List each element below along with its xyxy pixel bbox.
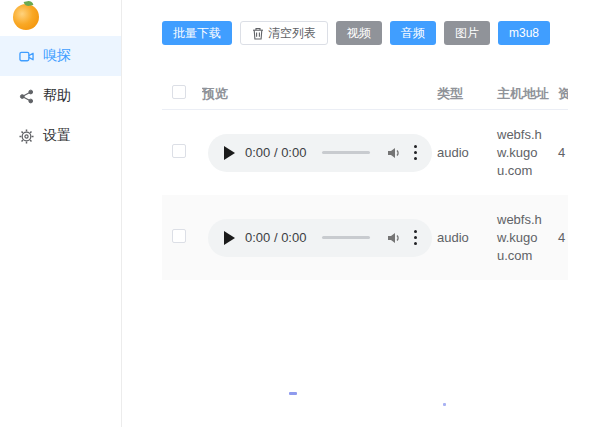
app-window: 嗅探 帮助 bbox=[0, 0, 600, 427]
video-camera-icon bbox=[19, 49, 34, 64]
table-row: 0:00 / 0:00 audio webfs.hw.kugou.com 4 bbox=[162, 195, 568, 280]
size-cell: 4 bbox=[555, 230, 568, 245]
clear-list-button[interactable]: 清空列表 bbox=[240, 21, 328, 45]
select-all-checkbox[interactable] bbox=[172, 85, 186, 99]
sidebar-item-settings[interactable]: 设置 bbox=[0, 116, 121, 156]
filter-m3u8-button[interactable]: m3u8 bbox=[498, 21, 550, 45]
audio-menu-icon[interactable] bbox=[412, 145, 420, 161]
header-size: 资 bbox=[555, 85, 568, 103]
toolbar: 批量下载 清空列表 视频 音频 图片 m3u8 bbox=[162, 21, 600, 45]
media-table: 预览 类型 主机地址 资 0:00 / 0:00 bbox=[162, 78, 568, 280]
filter-image-button[interactable]: 图片 bbox=[444, 21, 490, 45]
size-cell: 4 bbox=[555, 145, 568, 160]
sidebar: 嗅探 帮助 bbox=[0, 0, 122, 427]
sidebar-item-sniff[interactable]: 嗅探 bbox=[0, 36, 121, 76]
sidebar-item-label: 嗅探 bbox=[43, 47, 71, 65]
play-icon[interactable] bbox=[224, 146, 235, 160]
type-cell: audio bbox=[430, 145, 490, 160]
audio-progress-bar[interactable] bbox=[322, 236, 369, 239]
header-host: 主机地址 bbox=[490, 85, 555, 103]
table-header: 预览 类型 主机地址 资 bbox=[162, 78, 568, 110]
sidebar-item-label: 设置 bbox=[43, 127, 71, 145]
header-type: 类型 bbox=[430, 85, 490, 103]
orange-icon bbox=[13, 4, 39, 30]
table-row: 0:00 / 0:00 audio webfs.hw.kugou.com 4 bbox=[162, 110, 568, 195]
play-icon[interactable] bbox=[224, 231, 235, 245]
audio-time: 0:00 / 0:00 bbox=[245, 145, 306, 160]
row-checkbox[interactable] bbox=[172, 144, 186, 158]
batch-download-button[interactable]: 批量下载 bbox=[162, 21, 232, 45]
type-cell: audio bbox=[430, 230, 490, 245]
trash-icon bbox=[252, 27, 264, 40]
sidebar-item-label: 帮助 bbox=[43, 87, 71, 105]
audio-player[interactable]: 0:00 / 0:00 bbox=[208, 219, 432, 257]
sidebar-item-help[interactable]: 帮助 bbox=[0, 76, 121, 116]
app-logo bbox=[0, 0, 121, 36]
filter-audio-button[interactable]: 音频 bbox=[390, 21, 436, 45]
host-cell: webfs.hw.kugou.com bbox=[497, 126, 543, 180]
audio-time: 0:00 / 0:00 bbox=[245, 230, 306, 245]
sidebar-nav: 嗅探 帮助 bbox=[0, 36, 121, 156]
header-preview: 预览 bbox=[202, 85, 430, 103]
filter-video-button[interactable]: 视频 bbox=[336, 21, 382, 45]
share-icon bbox=[19, 89, 34, 104]
audio-progress-bar[interactable] bbox=[322, 151, 369, 154]
main-content: 批量下载 清空列表 视频 音频 图片 m3u8 预览 类型 bbox=[122, 0, 600, 427]
clear-list-label: 清空列表 bbox=[268, 27, 316, 39]
artifact-speck bbox=[443, 403, 446, 406]
host-cell: webfs.hw.kugou.com bbox=[497, 211, 543, 265]
gear-icon bbox=[19, 129, 34, 144]
volume-icon[interactable] bbox=[386, 230, 402, 246]
artifact-speck bbox=[289, 392, 297, 395]
audio-menu-icon[interactable] bbox=[412, 230, 420, 246]
row-checkbox[interactable] bbox=[172, 229, 186, 243]
volume-icon[interactable] bbox=[386, 145, 402, 161]
audio-player[interactable]: 0:00 / 0:00 bbox=[208, 134, 432, 172]
